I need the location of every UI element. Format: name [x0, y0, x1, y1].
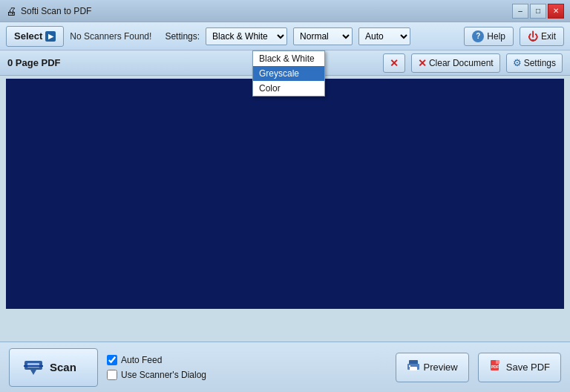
main-toolbar: Select ▶ No Scanners Found! Settings: Bl…: [0, 22, 570, 50]
svg-rect-9: [496, 360, 499, 364]
delete-x-icon: ✕: [390, 57, 399, 69]
window-title: Softi Scan to PDF: [21, 6, 91, 16]
app-icon: 🖨: [6, 5, 16, 17]
svg-rect-6: [410, 367, 417, 370]
save-pdf-button[interactable]: PDF Save PDF: [478, 353, 561, 382]
preview-label: Preview: [424, 362, 458, 373]
maximize-button[interactable]: □: [530, 4, 546, 19]
help-label: Help: [487, 31, 505, 42]
no-scanners-text: No Scanners Found!: [70, 31, 151, 42]
sub-settings-label: Settings: [524, 58, 556, 68]
svg-rect-2: [24, 365, 43, 367]
svg-marker-3: [30, 370, 36, 375]
svg-rect-7: [409, 365, 410, 367]
dropdown-item-bw[interactable]: Black & White: [253, 51, 324, 66]
auto-feed-checkbox[interactable]: [107, 355, 117, 365]
exit-button[interactable]: ⏻ Exit: [520, 27, 564, 46]
normal-select[interactable]: Normal High Low: [293, 27, 353, 45]
title-bar-controls: – □ ✕: [512, 4, 564, 19]
clear-document-button[interactable]: ✕ Clear Document: [411, 53, 500, 73]
preview-area: [6, 79, 564, 309]
auto-feed-row[interactable]: Auto Feed: [107, 355, 387, 365]
auto-select[interactable]: Auto 150 DPI 300 DPI 600 DPI: [358, 27, 410, 45]
help-circle-icon: ?: [472, 30, 484, 42]
delete-button[interactable]: ✕: [383, 53, 405, 73]
dropdown-item-greyscale[interactable]: Greyscale: [253, 66, 324, 81]
save-pdf-label: Save PDF: [506, 362, 550, 373]
printer-icon: [407, 359, 420, 376]
svg-text:PDF: PDF: [491, 365, 499, 369]
settings-label: Settings:: [165, 31, 200, 42]
dropdown-item-color[interactable]: Color: [253, 81, 324, 96]
title-bar: 🖨 Softi Scan to PDF – □ ✕: [0, 0, 570, 22]
scan-button[interactable]: Scan: [9, 348, 98, 387]
select-button[interactable]: Select ▶: [6, 26, 64, 47]
scan-label: Scan: [50, 361, 76, 373]
use-scanner-dialog-label: Use Scanner's Dialog: [121, 370, 206, 380]
auto-feed-label: Auto Feed: [121, 355, 162, 365]
title-bar-left: 🖨 Softi Scan to PDF: [6, 5, 91, 17]
gear-icon: ⚙: [513, 57, 522, 68]
settings-select[interactable]: Black & White Greyscale Color: [206, 27, 287, 45]
settings-dropdown-menu[interactable]: Black & White Greyscale Color: [252, 50, 325, 97]
minimize-button[interactable]: –: [512, 4, 528, 19]
bottom-bar: Scan Auto Feed Use Scanner's Dialog Prev…: [0, 342, 570, 392]
select-arrow-icon: ▶: [45, 31, 56, 42]
preview-button[interactable]: Preview: [396, 353, 469, 382]
settings-button[interactable]: ⚙ Settings: [506, 53, 563, 73]
clear-x-icon: ✕: [418, 57, 427, 69]
select-label: Select: [14, 30, 42, 42]
use-scanner-dialog-row[interactable]: Use Scanner's Dialog: [107, 370, 387, 380]
pdf-icon: PDF: [489, 359, 502, 376]
clear-document-label: Clear Document: [429, 58, 494, 68]
exit-icon: ⏻: [528, 30, 538, 42]
close-button[interactable]: ✕: [548, 4, 564, 19]
help-button[interactable]: ? Help: [464, 27, 514, 46]
checkboxes-area: Auto Feed Use Scanner's Dialog: [107, 355, 387, 380]
scan-icon: [23, 355, 44, 380]
exit-label: Exit: [541, 31, 556, 42]
use-scanner-dialog-checkbox[interactable]: [107, 370, 117, 380]
